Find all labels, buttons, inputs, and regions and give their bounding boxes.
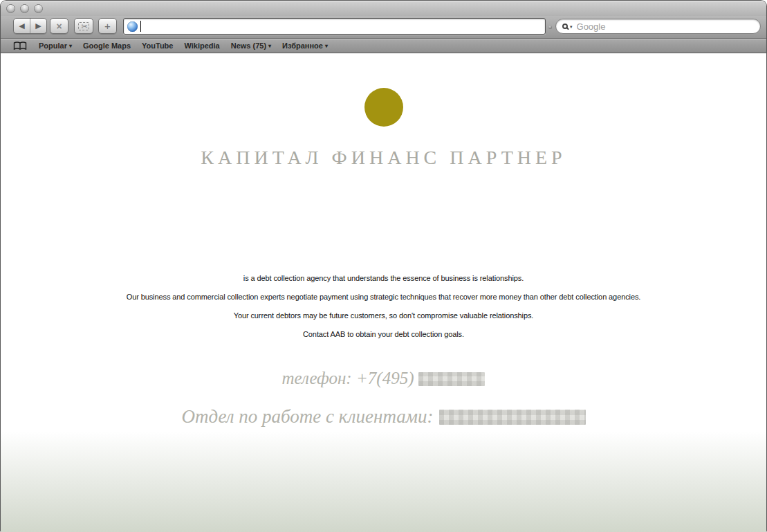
forward-icon: ▶ bbox=[35, 21, 41, 30]
scissors-icon: ✂ bbox=[81, 23, 87, 30]
bookmark-label: YouTube bbox=[142, 42, 173, 50]
add-bookmark-button[interactable]: + bbox=[98, 18, 117, 34]
paragraph: is a debt collection agency that underst… bbox=[1, 269, 766, 288]
bookmarks-bar: Popular ▾ Google Maps YouTube Wikipedia … bbox=[1, 39, 766, 53]
globe-icon bbox=[127, 21, 138, 32]
chevron-down-icon: ▾ bbox=[325, 43, 328, 49]
search-icon bbox=[562, 24, 568, 29]
search-bar[interactable]: ▾ bbox=[555, 19, 761, 34]
title-bar[interactable] bbox=[1, 1, 766, 16]
paragraph: Your current debtors may be future custo… bbox=[1, 306, 766, 325]
search-input[interactable] bbox=[577, 21, 753, 32]
text-caret bbox=[140, 21, 141, 32]
open-book-icon bbox=[13, 42, 27, 51]
browser-toolbar: ◀ ▶ × ✂ + ▾ bbox=[1, 16, 766, 39]
bookmark-item-izbrannoe[interactable]: Избранное ▾ bbox=[282, 42, 328, 50]
bookmark-label: Popular bbox=[39, 42, 67, 50]
stop-icon: × bbox=[56, 21, 62, 32]
address-bar[interactable] bbox=[123, 18, 546, 35]
phone-line: телефон: +7(495) bbox=[1, 367, 766, 389]
close-button[interactable] bbox=[6, 4, 15, 13]
zoom-button[interactable] bbox=[34, 4, 43, 13]
bookmark-label: News (75) bbox=[231, 42, 266, 50]
bookmark-item-popular[interactable]: Popular ▾ bbox=[39, 42, 72, 50]
intro-paragraphs: is a debt collection agency that underst… bbox=[1, 269, 766, 344]
minimize-button[interactable] bbox=[20, 4, 29, 13]
field-resize-handle[interactable] bbox=[548, 26, 552, 29]
webclip-icon: ✂ bbox=[78, 22, 89, 30]
paragraph: Our business and commercial collection e… bbox=[1, 288, 766, 306]
back-icon: ◀ bbox=[19, 21, 24, 30]
chevron-down-icon: ▾ bbox=[69, 43, 72, 49]
phone-label: телефон: +7(495) bbox=[282, 369, 414, 387]
redacted-email bbox=[439, 410, 586, 425]
webclip-button[interactable]: ✂ bbox=[74, 18, 93, 34]
redacted-phone-number bbox=[418, 372, 485, 386]
brand-logo bbox=[364, 88, 403, 127]
chevron-down-icon: ▾ bbox=[268, 43, 271, 49]
bookmark-label: Google Maps bbox=[83, 42, 131, 50]
paragraph: Contact AAB to obtain your debt collecti… bbox=[1, 325, 766, 344]
browser-window: ◀ ▶ × ✂ + ▾ Popular ▾ bbox=[0, 0, 767, 532]
stop-button[interactable]: × bbox=[50, 18, 68, 34]
forward-button[interactable]: ▶ bbox=[30, 19, 46, 33]
bookmark-item-wikipedia[interactable]: Wikipedia bbox=[184, 42, 219, 50]
bookmark-item-google-maps[interactable]: Google Maps bbox=[83, 42, 131, 50]
bookmark-item-youtube[interactable]: YouTube bbox=[142, 42, 173, 50]
clients-line: Отдел по работе с клиентами: bbox=[1, 405, 766, 428]
traffic-lights bbox=[6, 4, 43, 13]
page-content: КАПИТАЛ ФИНАНС ПАРТНЕР is a debt collect… bbox=[1, 53, 766, 532]
back-button[interactable]: ◀ bbox=[14, 19, 30, 33]
search-dropdown-arrow-icon[interactable]: ▾ bbox=[570, 24, 573, 29]
bookmark-label: Избранное bbox=[282, 42, 323, 50]
plus-icon: + bbox=[104, 20, 111, 32]
clients-label: Отдел по работе с клиентами: bbox=[181, 406, 433, 427]
page-title: КАПИТАЛ ФИНАНС ПАРТНЕР bbox=[1, 147, 766, 168]
bookmark-item-news[interactable]: News (75) ▾ bbox=[231, 42, 271, 50]
show-all-bookmarks-button[interactable] bbox=[13, 42, 27, 51]
bookmark-label: Wikipedia bbox=[184, 42, 219, 50]
back-forward-control: ◀ ▶ bbox=[13, 18, 47, 34]
